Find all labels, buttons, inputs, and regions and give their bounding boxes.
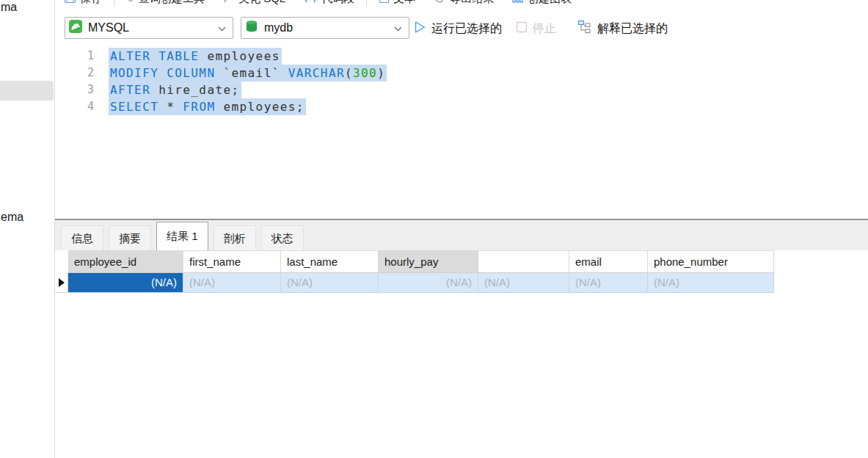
tab-结果-1[interactable]: 结果 1 [156,222,208,250]
header-cell-unnamed[interactable] [478,250,569,273]
cell-row-selector[interactable] [55,273,68,293]
left-sidebar: ma ema [0,0,55,458]
line-number: 3 [55,81,94,98]
code-selection[interactable]: MODIFY COLUMN `email` VARCHAR(300) [109,65,387,81]
explain-plan-icon [577,20,592,37]
query-toolbar: MYSQL mydb 运行已选择的 停止 [55,0,868,43]
code-selection[interactable]: ALTER TABLE employees [109,48,282,65]
run-selected-button[interactable]: 运行已选择的 [414,18,502,40]
explain-selected-button[interactable]: 解释已选择的 [577,18,668,40]
editor-line: 3AFTER hire_date; [55,81,868,98]
tab-摘要[interactable]: 摘要 [109,225,151,250]
header-cell-first_name[interactable]: first_name [183,250,281,273]
editor-line: 2MODIFY COLUMN `email` VARCHAR(300) [55,65,868,81]
tab-状态[interactable]: 状态 [261,225,304,250]
run-selected-label: 运行已选择的 [431,21,502,37]
results-table: employee_idfirst_namelast_namehourly_pay… [55,250,774,293]
tab-剖析[interactable]: 剖析 [214,225,256,250]
explain-selected-label: 解释已选择的 [597,21,668,37]
stop-icon [516,21,528,36]
header-cell-phone_number[interactable]: phone_number [648,250,774,273]
result-tab-bar: 信息摘要结果 1剖析状态 [55,220,868,250]
code-selection[interactable]: AFTER hire_date; [109,81,241,98]
cell-hourly_pay[interactable]: (N/A) [379,273,478,293]
stop-label: 停止 [533,21,556,37]
cell-last_name[interactable]: (N/A) [281,273,379,293]
result-row: (N/A)(N/A)(N/A)(N/A)(N/A)(N/A)(N/A) [55,273,774,293]
cell-employee_id[interactable]: (N/A) [68,273,183,293]
line-number: 1 [55,48,94,65]
sql-editor[interactable]: 1ALTER TABLE employees2MODIFY COLUMN `em… [55,43,868,219]
query-window: 保存查询创建工具美化 SQL代码段文本导出结果创建图表 MYSQL mydb [55,0,868,458]
database-icon [244,19,259,37]
editor-line: 4SELECT * FROM employees; [55,98,868,115]
sidebar-selected-item[interactable] [0,81,54,101]
code-selection[interactable]: SELECT * FROM employees; [109,98,306,115]
sidebar-tree-item-bottom[interactable]: ema [1,211,23,224]
cell-first_name[interactable]: (N/A) [183,273,281,293]
sidebar-tree-item-top[interactable]: ma [1,1,17,14]
database-value: mydb [264,21,394,34]
header-cell-employee_id[interactable]: employee_id [68,250,183,273]
tab-信息[interactable]: 信息 [61,225,103,250]
cell-email[interactable]: (N/A) [569,273,648,293]
run-icon [414,21,426,37]
chevron-down-icon [394,21,402,34]
editor-line: 1ALTER TABLE employees [55,48,868,65]
header-cell-row-selector[interactable] [55,250,68,273]
header-cell-email[interactable]: email [569,250,648,273]
database-select[interactable]: mydb [241,17,409,39]
cell-phone_number[interactable]: (N/A) [648,273,774,293]
connection-value: MYSQL [88,21,218,34]
connection-select[interactable]: MYSQL [65,17,233,39]
chevron-down-icon [218,21,226,34]
mysql-connection-icon [68,19,83,37]
results-table-header: employee_idfirst_namelast_namehourly_pay… [55,250,774,273]
cell-unnamed[interactable]: (N/A) [478,273,569,293]
current-row-marker-icon [59,278,65,287]
header-cell-hourly_pay[interactable]: hourly_pay [379,250,478,273]
stop-button[interactable]: 停止 [516,18,556,40]
line-number: 4 [55,98,94,115]
line-number: 2 [55,65,94,81]
header-cell-last_name[interactable]: last_name [281,250,379,273]
